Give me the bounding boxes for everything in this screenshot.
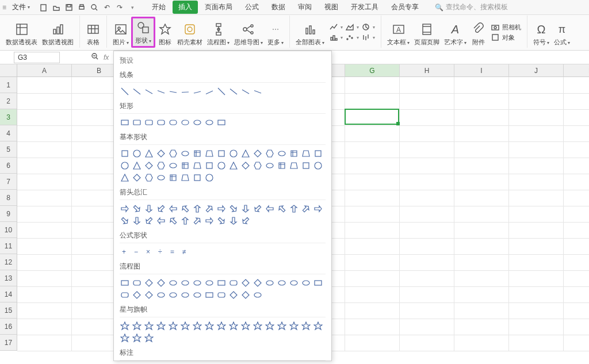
shape-option[interactable] <box>313 160 323 171</box>
shape-option[interactable] <box>180 160 190 171</box>
fx-icon[interactable]: fx <box>104 53 109 62</box>
shape-option[interactable] <box>120 117 130 128</box>
cell[interactable] <box>17 254 72 270</box>
cell[interactable] <box>17 141 72 158</box>
cell[interactable] <box>564 158 589 174</box>
row-header[interactable]: 9 <box>0 206 17 222</box>
shape-option[interactable] <box>180 321 190 331</box>
shape-option[interactable] <box>192 160 202 171</box>
cell[interactable] <box>345 319 400 335</box>
shape-option[interactable] <box>240 278 251 288</box>
qa-open-icon[interactable] <box>52 3 61 12</box>
cell[interactable] <box>400 335 454 351</box>
row-header[interactable]: 1 <box>0 77 17 93</box>
cell[interactable] <box>345 158 400 174</box>
shape-option[interactable] <box>253 290 263 300</box>
cell[interactable] <box>454 206 509 222</box>
cell[interactable] <box>17 125 72 141</box>
cell[interactable] <box>17 286 72 302</box>
shape-option[interactable] <box>240 216 251 226</box>
shape-option[interactable] <box>228 216 239 226</box>
cell[interactable] <box>345 302 400 319</box>
cell[interactable] <box>17 93 72 109</box>
shape-option[interactable] <box>156 204 166 214</box>
cell[interactable] <box>345 238 400 254</box>
shape-option[interactable] <box>156 321 166 331</box>
shape-option[interactable] <box>180 173 190 183</box>
shape-option[interactable] <box>168 86 178 97</box>
flowchart-button[interactable]: 流程图▾ <box>205 17 232 48</box>
cell[interactable] <box>564 206 589 222</box>
shape-option[interactable] <box>216 204 227 214</box>
shape-option[interactable] <box>253 278 263 288</box>
shape-option[interactable] <box>168 321 178 331</box>
shape-option[interactable] <box>168 216 178 226</box>
cell[interactable] <box>509 174 564 190</box>
cell[interactable] <box>345 335 400 351</box>
shape-option[interactable] <box>120 290 130 300</box>
cell[interactable] <box>400 270 454 286</box>
shape-option[interactable] <box>132 290 142 300</box>
shape-option[interactable] <box>204 321 215 331</box>
col-header[interactable]: A <box>17 64 72 77</box>
row-header[interactable]: 17 <box>0 335 17 351</box>
shape-option[interactable] <box>216 278 227 288</box>
shape-option[interactable] <box>120 333 130 343</box>
chart-area-icon[interactable] <box>345 22 354 32</box>
shape-option[interactable]: ÷ <box>156 247 166 257</box>
cell[interactable] <box>564 222 589 238</box>
shape-option[interactable] <box>204 278 215 288</box>
shape-option[interactable] <box>156 173 166 183</box>
cell[interactable] <box>509 158 564 174</box>
tab-data[interactable]: 数据 <box>266 1 291 14</box>
cell[interactable] <box>564 302 589 319</box>
shape-option[interactable] <box>313 204 323 214</box>
cell[interactable] <box>400 238 454 254</box>
shape-option[interactable] <box>216 216 227 226</box>
shape-option[interactable] <box>216 117 227 128</box>
shape-option[interactable] <box>192 86 202 97</box>
row-header[interactable]: 14 <box>0 286 17 302</box>
chart-line-icon[interactable] <box>329 22 338 32</box>
shape-option[interactable] <box>240 290 251 300</box>
shape-option[interactable] <box>168 290 178 300</box>
cell[interactable] <box>17 238 72 254</box>
col-header[interactable]: H <box>400 64 454 77</box>
tab-pagelayout[interactable]: 页面布局 <box>199 1 238 14</box>
cell[interactable] <box>564 319 589 335</box>
cell[interactable] <box>17 302 72 319</box>
cell[interactable] <box>564 238 589 254</box>
cell[interactable] <box>509 319 564 335</box>
cell[interactable] <box>345 270 400 286</box>
shape-option[interactable] <box>132 333 142 343</box>
shape-option[interactable] <box>204 160 215 171</box>
shape-option[interactable] <box>192 148 202 159</box>
shape-option[interactable] <box>120 173 130 183</box>
shape-option[interactable] <box>168 117 178 128</box>
shape-option[interactable] <box>192 117 202 128</box>
shape-option[interactable] <box>180 216 190 226</box>
row-header[interactable]: 4 <box>0 125 17 141</box>
shapes-dropdown-panel[interactable]: 预设 线条矩形基本形状箭头总汇公式形状+−×÷=≠流程图星与旗帜标注 <box>113 51 332 361</box>
shape-option[interactable] <box>228 278 239 288</box>
shape-option[interactable] <box>180 290 190 300</box>
shape-option[interactable] <box>240 204 251 214</box>
cell[interactable] <box>345 93 400 109</box>
shape-option[interactable] <box>120 278 130 288</box>
shape-option[interactable] <box>265 148 275 159</box>
pivot-table-button[interactable]: 数据透视表 <box>3 17 40 48</box>
shape-option[interactable] <box>265 321 275 331</box>
cell[interactable] <box>17 174 72 190</box>
shape-option[interactable] <box>301 160 311 171</box>
shape-option[interactable] <box>192 278 202 288</box>
cell[interactable] <box>509 335 564 351</box>
cell[interactable] <box>400 254 454 270</box>
shape-option[interactable] <box>180 117 190 128</box>
shape-option[interactable] <box>144 204 154 214</box>
cell[interactable] <box>564 174 589 190</box>
shape-option[interactable] <box>192 216 202 226</box>
cell[interactable] <box>509 125 564 141</box>
cell[interactable] <box>400 190 454 206</box>
row-header[interactable]: 16 <box>0 319 17 335</box>
shape-option[interactable] <box>156 290 166 300</box>
